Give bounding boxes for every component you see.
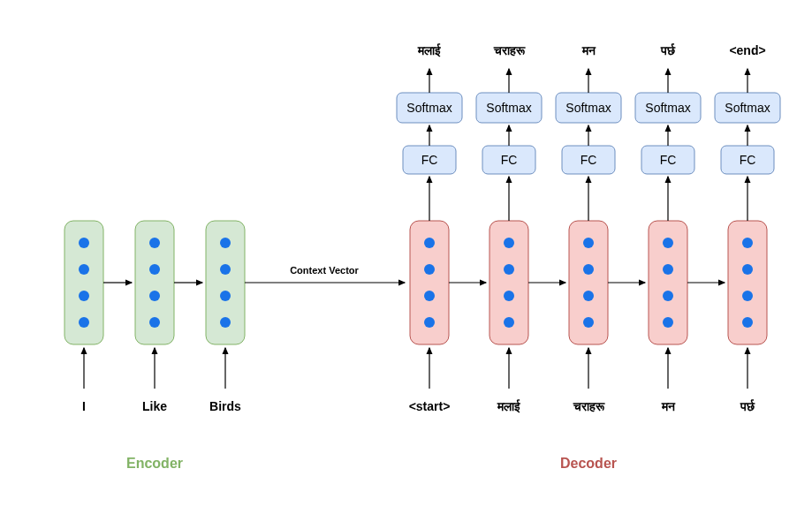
softmax-label-3: Softmax [565,101,611,115]
fc-label-4: FC [660,153,677,167]
enc-input-2: Like [142,399,167,413]
svg-point-23 [583,317,594,328]
softmax-label-5: Softmax [725,101,770,115]
svg-point-10 [220,291,231,301]
enc-input-3: Birds [209,399,241,413]
svg-point-15 [424,317,435,328]
svg-point-13 [424,264,435,275]
svg-point-6 [149,291,160,301]
svg-point-26 [663,291,673,301]
dec-output-4: पर्छ [660,43,676,57]
svg-point-24 [663,238,673,248]
svg-point-16 [504,238,514,248]
svg-point-25 [663,264,673,275]
svg-point-17 [504,264,514,275]
svg-point-2 [79,291,89,301]
softmax-label-1: Softmax [406,101,452,115]
svg-point-31 [742,317,753,328]
dec-input-1: <start> [409,399,451,413]
fc-label-2: FC [501,153,518,167]
dec-input-4: मन [661,399,676,413]
dec-input-2: मलाई [497,399,520,413]
svg-point-19 [504,317,514,328]
fc-label-5: FC [740,153,756,167]
context-label: Context Vector [290,265,359,276]
svg-point-7 [149,317,160,328]
svg-point-4 [149,238,160,248]
svg-point-3 [79,317,89,328]
svg-point-11 [220,317,231,328]
seq2seq-diagram: I Like Birds Encoder Context Vector [0,0,812,514]
svg-point-21 [583,264,594,275]
dec-output-3: मन [581,43,596,57]
svg-point-0 [79,238,89,248]
dec-input-5: पर्छ [740,399,755,413]
dec-output-5: <end> [729,43,765,57]
softmax-label-4: Softmax [645,101,690,115]
svg-point-22 [583,291,594,301]
softmax-label-2: Softmax [486,101,531,115]
enc-input-1: I [82,399,86,413]
dec-output-1: मलाई [417,43,441,57]
encoder-label: Encoder [126,456,183,471]
encoder-group: I Like Birds Encoder [65,221,245,471]
svg-point-28 [742,238,753,248]
svg-point-14 [424,291,435,301]
fc-label-3: FC [581,153,597,167]
svg-point-8 [220,238,231,248]
decoder-group: <start> मलाई चराहरू मन पर्छ FC FC FC FC … [397,43,780,471]
svg-point-18 [504,291,514,301]
svg-point-30 [742,291,753,301]
svg-point-20 [583,238,594,248]
fc-label-1: FC [421,153,438,167]
svg-point-1 [79,264,89,275]
dec-input-3: चराहरू [573,399,605,413]
svg-point-27 [663,317,673,328]
svg-point-12 [424,238,435,248]
decoder-label: Decoder [560,456,617,471]
svg-point-5 [149,264,160,275]
svg-point-9 [220,264,231,275]
svg-point-29 [742,264,753,275]
dec-output-2: चराहरू [493,43,526,57]
